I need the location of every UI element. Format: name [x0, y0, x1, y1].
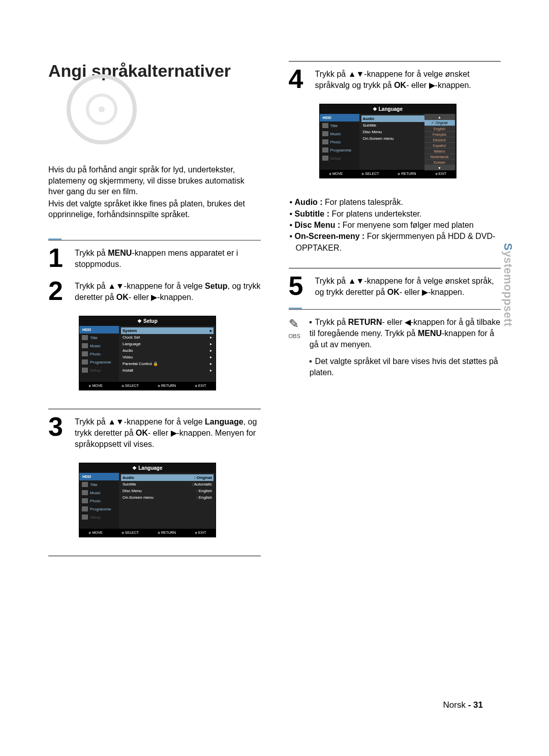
svg-point-2 [99, 106, 105, 112]
page-footer: Norsk - 31 [443, 700, 483, 710]
right-column: 4 Trykk på ▲▼-knappene for å velge ønske… [289, 61, 501, 559]
divider [289, 309, 501, 310]
osd-title: ❖ Language [320, 104, 456, 114]
section-tab: Systemoppsett [501, 243, 514, 326]
step-5: 5 Trykk på ▲▼-knappene for å velge ønske… [289, 275, 501, 297]
osd-nav: HDD Title Music Photo Programme Setup [320, 114, 359, 170]
osd-setup-screenshot: ❖ Setup HDD Title Music Photo Programme … [79, 316, 216, 390]
step-1: 1 Trykk på MENU-knappen mens apparatet e… [48, 247, 261, 269]
disc-icon [58, 74, 145, 150]
osd-language-screenshot: ❖ Language HDD Title Music Photo Program… [79, 463, 216, 537]
step-number: 5 [289, 275, 310, 297]
osd-main: Audio: Original Subtitle: Automatic Disc… [119, 473, 216, 529]
obs-label: OBS [289, 333, 300, 339]
step-2: 2 Trykk på ▲▼-knappene for å velge Setup… [48, 280, 261, 303]
step-number: 3 [48, 415, 70, 449]
osd-title: ❖ Language [79, 463, 216, 473]
disc-graphic [48, 84, 261, 145]
osd-footer: MOVE SELECT RETURN EXIT [79, 382, 216, 390]
osd-main: Audio Subtitle Disc Menu On-Screen menu … [359, 114, 456, 170]
language-dropdown: ▲ ✓ Original English Français Deutsch Es… [424, 114, 455, 170]
left-column: Angi språkalternativer Hvis du på forhån… [48, 61, 261, 559]
step-3: 3 Trykk på ▲▼-knappene for å velge Langu… [48, 415, 261, 449]
divider [48, 240, 261, 240]
divider [289, 61, 501, 62]
osd-language-dropdown-screenshot: ❖ Language HDD Title Music Photo Program… [319, 104, 456, 178]
osd-footer: MOVE SELECT RETURN EXIT [320, 170, 456, 178]
osd-nav: HDD Title Music Photo Programme Setup [79, 326, 119, 382]
page-columns: Angi språkalternativer Hvis du på forhån… [48, 61, 501, 559]
divider [48, 409, 261, 409]
step-number: 1 [48, 247, 70, 269]
osd-main: System▸ Clock Set▸ Language▸ Audio▸ Vide… [119, 326, 216, 382]
definitions-list: Audio : For platens talespråk. Subtitle … [290, 197, 501, 254]
step-number: 4 [289, 68, 310, 90]
step-number: 2 [48, 280, 70, 303]
note-icon: ✎ [289, 317, 300, 331]
osd-footer: MOVE SELECT RETURN EXIT [79, 529, 216, 537]
osd-nav: HDD Title Music Photo Programme Setup [79, 473, 119, 529]
intro-text: Hvis du på forhånd angir språk for lyd, … [48, 164, 261, 220]
step-4: 4 Trykk på ▲▼-knappene for å velge ønske… [289, 68, 501, 90]
divider [289, 268, 501, 268]
divider [48, 556, 261, 556]
osd-title: ❖ Setup [79, 316, 216, 326]
obs-note: ✎ OBS ■Trykk på RETURN- eller ◀-knappen … [289, 317, 501, 378]
